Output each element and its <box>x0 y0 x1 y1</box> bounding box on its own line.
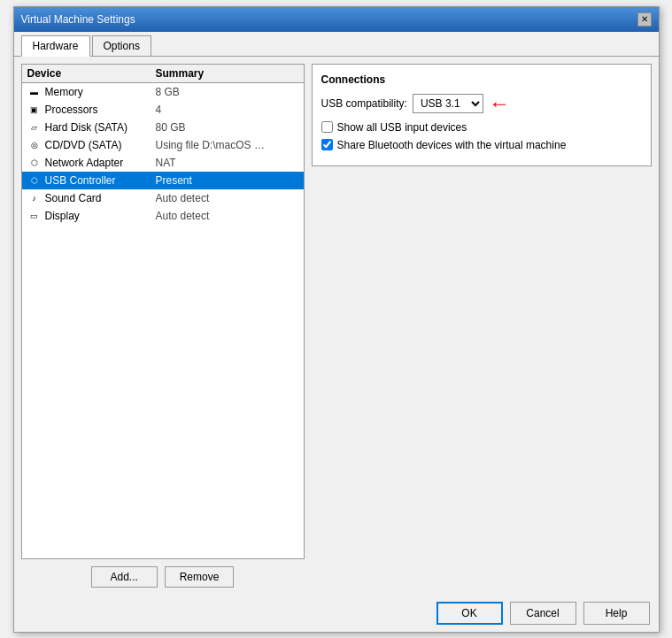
cancel-button[interactable]: Cancel <box>510 602 576 625</box>
show-all-usb-label: Show all USB input devices <box>337 121 467 134</box>
add-remove-buttons: Add... Remove <box>21 566 305 588</box>
right-panel: Connections USB compatibility: USB 1.1 U… <box>312 64 652 588</box>
share-bluetooth-row: Share Bluetooth devices with the virtual… <box>321 139 642 151</box>
remove-button[interactable]: Remove <box>165 566 235 588</box>
device-name-network: Network Adapter <box>45 157 156 169</box>
show-all-usb-row: Show all USB input devices <box>321 121 642 134</box>
device-summary-cddvd: Using file D:\macOS Operatin... <box>156 139 271 151</box>
usb-icon: ⬡ <box>27 175 42 186</box>
device-row-cddvd[interactable]: ◎ CD/DVD (SATA) Using file D:\macOS Oper… <box>22 136 304 154</box>
device-name-sound: Sound Card <box>45 192 156 204</box>
close-button[interactable]: ✕ <box>637 12 652 27</box>
tab-hardware[interactable]: Hardware <box>21 35 90 57</box>
tab-options[interactable]: Options <box>92 35 151 56</box>
col-device-header: Device <box>27 67 156 80</box>
device-table: Device Summary ▬ Memory 8 GB ▣ Processor… <box>21 64 305 559</box>
add-button[interactable]: Add... <box>91 566 158 588</box>
device-name-usb: USB Controller <box>45 174 156 187</box>
ok-button[interactable]: OK <box>436 602 503 625</box>
usb-compat-label: USB compatibility: <box>321 97 407 110</box>
device-summary-network: NAT <box>156 157 298 169</box>
red-arrow-indicator: ← <box>489 93 510 114</box>
col-summary-header: Summary <box>156 67 298 80</box>
memory-icon: ▬ <box>27 87 42 97</box>
device-row-usb[interactable]: ⬡ USB Controller Present <box>22 172 304 189</box>
share-bluetooth-label: Share Bluetooth devices with the virtual… <box>337 139 567 151</box>
device-summary-sound: Auto detect <box>156 192 298 204</box>
virtual-machine-settings-window: Virtual Machine Settings ✕ Hardware Opti… <box>13 6 660 633</box>
sound-icon: ♪ <box>27 193 42 204</box>
device-table-header: Device Summary <box>22 65 304 83</box>
processors-icon: ▣ <box>27 104 42 115</box>
device-summary-usb: Present <box>156 174 298 187</box>
window-title: Virtual Machine Settings <box>21 13 135 26</box>
left-panel: Device Summary ▬ Memory 8 GB ▣ Processor… <box>21 64 305 588</box>
show-all-usb-checkbox[interactable] <box>321 121 333 133</box>
network-icon: ⬡ <box>27 158 42 168</box>
share-bluetooth-checkbox[interactable] <box>321 139 333 150</box>
device-row-network[interactable]: ⬡ Network Adapter NAT <box>22 154 304 172</box>
cddvd-icon: ◎ <box>27 140 42 150</box>
device-name-cddvd: CD/DVD (SATA) <box>45 139 156 151</box>
device-name-hard-disk: Hard Disk (SATA) <box>45 121 156 134</box>
device-row-display[interactable]: ▭ Display Auto detect <box>22 207 304 225</box>
tab-bar: Hardware Options <box>14 32 659 57</box>
hard-disk-icon: ▱ <box>27 122 42 133</box>
device-row-memory[interactable]: ▬ Memory 8 GB <box>22 83 304 101</box>
footer-buttons: OK Cancel Help <box>14 595 659 632</box>
device-name-memory: Memory <box>45 86 156 98</box>
display-icon: ▭ <box>27 211 42 221</box>
main-content: Device Summary ▬ Memory 8 GB ▣ Processor… <box>14 57 659 595</box>
device-name-display: Display <box>45 210 156 222</box>
title-bar: Virtual Machine Settings ✕ <box>14 7 659 32</box>
device-summary-display: Auto detect <box>156 210 298 222</box>
device-row-processors[interactable]: ▣ Processors 4 <box>22 101 304 119</box>
connections-title: Connections <box>321 73 642 86</box>
connections-box: Connections USB compatibility: USB 1.1 U… <box>312 64 652 166</box>
usb-compat-row: USB compatibility: USB 1.1 USB 2.0 USB 3… <box>321 93 642 114</box>
usb-compat-select[interactable]: USB 1.1 USB 2.0 USB 3.1 <box>413 94 483 113</box>
device-row-sound[interactable]: ♪ Sound Card Auto detect <box>22 189 304 207</box>
device-summary-hard-disk: 80 GB <box>156 121 298 134</box>
help-button[interactable]: Help <box>583 602 650 625</box>
device-summary-memory: 8 GB <box>156 86 298 98</box>
device-name-processors: Processors <box>45 104 156 116</box>
device-row-hard-disk[interactable]: ▱ Hard Disk (SATA) 80 GB <box>22 119 304 136</box>
device-summary-processors: 4 <box>156 104 298 116</box>
